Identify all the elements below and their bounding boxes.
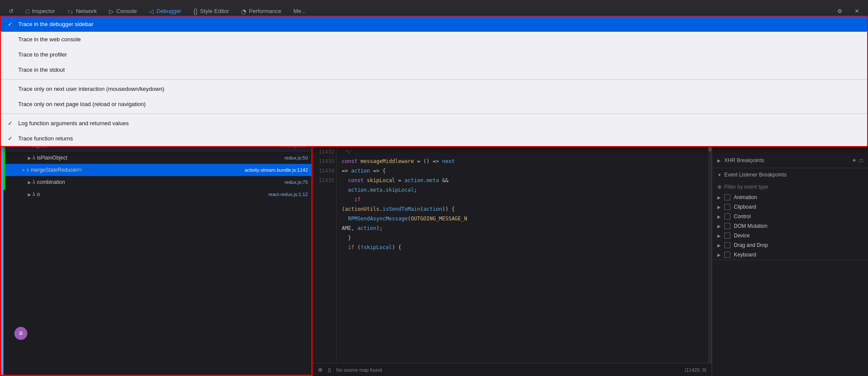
dropdown-item-log-arguments[interactable]: ✓ Log function arguments and returned va… bbox=[712, 116, 867, 131]
add-xhr-breakpoint-button[interactable]: + bbox=[852, 156, 856, 164]
lambda-icon: λ bbox=[26, 167, 29, 173]
console-label: Console bbox=[116, 8, 137, 14]
dropdown-item-next-interaction[interactable]: Trace only on next user interaction (mou… bbox=[712, 81, 867, 96]
lambda-icon: λ bbox=[33, 179, 35, 185]
dom-mutation-label: DOM Mutation bbox=[734, 223, 767, 229]
event-item-dom-mutation[interactable]: ▶ DOM Mutation bbox=[712, 221, 868, 231]
dom-mutation-checkbox[interactable] bbox=[724, 223, 730, 229]
lambda-icon: λ bbox=[33, 155, 35, 161]
dropdown-item-trace-returns[interactable]: ✓ Trace function returns bbox=[712, 131, 867, 146]
event-listener-breakpoints-label: Event Listener Breakpoints bbox=[724, 172, 786, 178]
xhr-breakpoints-section: ▶ XHR Breakpoints + □ bbox=[712, 153, 868, 168]
event-item-keyboard[interactable]: ▶ Keyboard bbox=[712, 250, 868, 260]
code-line: if bbox=[342, 195, 706, 204]
tree-row[interactable]: ▶ λ o react-redux.js:1:12 bbox=[1, 188, 311, 200]
memory-label: Me... bbox=[294, 8, 306, 14]
memory-button[interactable]: Me... bbox=[288, 5, 311, 17]
control-checkbox[interactable] bbox=[724, 213, 730, 220]
refresh-button[interactable]: ↺ bbox=[3, 5, 19, 17]
file-link[interactable]: redux.js:50 bbox=[284, 155, 311, 160]
animation-label: Animation bbox=[734, 194, 757, 200]
refresh-icon: ↺ bbox=[9, 8, 13, 14]
xhr-breakpoints-header: ▶ XHR Breakpoints + □ bbox=[712, 153, 868, 168]
tree-row[interactable]: ▼ λ mergeStateReducer/< activity-stream.… bbox=[1, 164, 311, 176]
code-line: (actionUtils.isSendToMain(action)) { bbox=[342, 204, 706, 214]
main-layout: Sources Outline Search Tracer 🔍 Reset zo… bbox=[0, 23, 868, 376]
animation-checkbox[interactable] bbox=[724, 194, 730, 200]
row-label: o bbox=[37, 191, 268, 197]
event-listener-breakpoints-section: ▼ Event Listener Breakpoints ⊕ ▶ Animati… bbox=[712, 168, 868, 260]
style-editor-label: Style Editor bbox=[200, 8, 229, 14]
code-line: const skipLocal = action.meta && bbox=[342, 176, 706, 185]
expand-arrow: ▶ bbox=[717, 243, 721, 248]
code-line: } bbox=[342, 233, 706, 243]
expand-arrow: ▶ bbox=[717, 253, 721, 257]
clipboard-label: Clipboard bbox=[734, 204, 756, 210]
filter-icon: ⊕ bbox=[717, 184, 722, 190]
keyboard-checkbox[interactable] bbox=[724, 252, 730, 258]
xhr-edit-button[interactable]: □ bbox=[860, 157, 863, 163]
expand-arrow: ▶ bbox=[26, 156, 33, 160]
row-label: mergeStateReducer/< bbox=[31, 167, 244, 173]
settings-button[interactable]: ⚙ bbox=[832, 5, 848, 17]
dropdown-divider bbox=[712, 113, 867, 114]
tracer-dropdown: ✓ Trace in the debugger sidebar Trace in… bbox=[712, 23, 868, 147]
tracer-icon[interactable]: ≡ bbox=[14, 327, 27, 340]
right-panel: ✓ Trace in the debugger sidebar Trace in… bbox=[712, 23, 868, 376]
event-filter: ⊕ bbox=[712, 181, 868, 193]
style-editor-icon: {} bbox=[193, 8, 197, 15]
status-curly: {} bbox=[328, 367, 331, 373]
network-icon: ↑↓ bbox=[67, 8, 73, 15]
expand-arrow: ▶ bbox=[717, 195, 721, 200]
performance-icon: ◔ bbox=[241, 8, 246, 15]
event-item-control[interactable]: ▶ Control bbox=[712, 212, 868, 221]
tree-row[interactable]: ▶ λ combination redux.js:75 bbox=[1, 176, 311, 188]
event-listener-collapse-arrow[interactable]: ▼ bbox=[717, 173, 722, 177]
expand-arrow: ▶ bbox=[26, 180, 33, 185]
lambda-icon: λ bbox=[33, 191, 35, 197]
no-source-map: No source map found bbox=[336, 367, 382, 373]
expand-arrow: ▶ bbox=[717, 205, 721, 210]
device-label: Device bbox=[734, 233, 750, 239]
row-label: isPlainObject bbox=[37, 155, 284, 161]
drag-drop-checkbox[interactable] bbox=[724, 242, 730, 248]
dropdown-item-web-console[interactable]: Trace in the web console bbox=[712, 32, 867, 47]
keyboard-label: Keyboard bbox=[734, 252, 756, 258]
dropdown-divider bbox=[712, 79, 867, 80]
close-icon: ✕ bbox=[855, 8, 859, 14]
tree-row[interactable]: ▶ λ isPlainObject redux.js:50 bbox=[1, 152, 311, 164]
gear-icon: ⚙ bbox=[837, 8, 842, 14]
dropdown-item-stdout[interactable]: Trace in the stdout bbox=[712, 62, 867, 77]
file-link[interactable]: redux.js:75 bbox=[284, 180, 311, 185]
code-line: */ bbox=[342, 147, 706, 156]
xhr-collapse-arrow[interactable]: ▶ bbox=[717, 158, 721, 163]
dropdown-item-next-page-load[interactable]: Trace only on next page load (reload or … bbox=[712, 96, 867, 112]
code-line: RPMSendAsyncMessage(OUTGOING_MESSAGE_N bbox=[342, 214, 706, 223]
debugger-label: Debugger bbox=[156, 8, 181, 14]
event-filter-input[interactable] bbox=[724, 184, 863, 190]
expand-arrow: ▶ bbox=[26, 192, 33, 197]
xhr-breakpoints-label: XHR Breakpoints bbox=[724, 157, 852, 163]
dropdown-item-profiler[interactable]: Trace to the profiler bbox=[712, 47, 867, 62]
expand-arrow: ▶ bbox=[717, 214, 721, 219]
event-item-animation[interactable]: ▶ Animation bbox=[712, 193, 868, 202]
code-line: const messageMiddleware = () => next bbox=[342, 156, 706, 166]
file-link[interactable]: activity-stream.bundle.js:1142 bbox=[244, 167, 311, 173]
expand-arrow: ▶ bbox=[717, 224, 721, 229]
file-link[interactable]: react-redux.js:1:12 bbox=[268, 192, 311, 197]
expand-arrow: ▼ bbox=[20, 168, 26, 173]
cursor-position: (11420, 9) bbox=[685, 367, 706, 373]
expand-arrow: ▶ bbox=[717, 233, 721, 238]
dropdown-item-debugger-sidebar[interactable]: ✓ Trace in the debugger sidebar bbox=[712, 23, 867, 32]
device-checkbox[interactable] bbox=[724, 233, 730, 239]
status-icon: ⊕ bbox=[318, 366, 323, 373]
inspector-label: Inspector bbox=[32, 8, 55, 14]
code-line: action.meta.skipLocal; bbox=[342, 185, 706, 195]
clipboard-checkbox[interactable] bbox=[724, 204, 730, 210]
performance-label: Performance bbox=[249, 8, 281, 14]
close-devtools-button[interactable]: ✕ bbox=[849, 5, 865, 17]
event-item-device[interactable]: ▶ Device bbox=[712, 231, 868, 240]
event-listener-breakpoints-header[interactable]: ▼ Event Listener Breakpoints bbox=[712, 168, 868, 181]
event-item-clipboard[interactable]: ▶ Clipboard bbox=[712, 202, 868, 212]
event-item-drag-drop[interactable]: ▶ Drag and Drop bbox=[712, 240, 868, 250]
